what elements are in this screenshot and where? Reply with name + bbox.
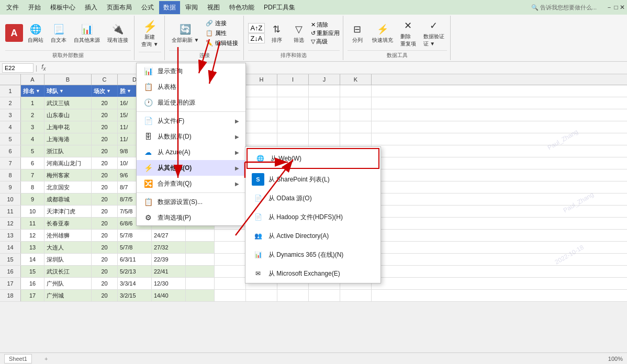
table-row: 3 2 山东泰山 20 15/ <box>0 109 627 121</box>
from-hadoop-icon: 📄 <box>252 211 264 223</box>
recent-source-item[interactable]: 🕐 最近使用的源 <box>137 95 245 110</box>
query-options-item[interactable]: ⚙ 查询选项(P) <box>137 210 245 225</box>
show-query-item[interactable]: 📊 显示查询 <box>137 63 245 79</box>
from-file-item[interactable]: 📄 从文件(F) ▶ <box>137 113 245 129</box>
table-header-row: 1 排名▼ 球队▼ 场次▼ 胜▼ 失球▼ 积分▼ <box>0 85 627 97</box>
data-validate-button[interactable]: ✓ 数据验证证 ▼ <box>421 17 447 49</box>
merge-query-icon: 🔀 <box>143 178 153 189</box>
search-hint: 🔍 告诉我您想要做什么... <box>531 4 597 12</box>
from-azure-item[interactable]: ☁ 从 Azure(A) ▶ <box>137 144 245 160</box>
edit-links-button[interactable]: ✏️编辑链接 <box>204 39 240 48</box>
from-exchange-item[interactable]: ✉ 从 Microsoft Exchange(E) <box>245 264 380 283</box>
existing-connection-button[interactable]: 🔌 现有连接 <box>105 20 131 46</box>
from-odata-icon: 📄 <box>252 192 264 204</box>
col-header-h[interactable]: H <box>246 74 277 85</box>
menu-page-layout[interactable]: 页面布局 <box>103 1 136 14</box>
web-source-button[interactable]: 🌐 自网站 <box>25 20 46 46</box>
show-query-icon: 📊 <box>143 66 153 76</box>
from-sharepoint-icon: S <box>252 173 264 186</box>
new-query-button[interactable]: ⚡ 新建查询 ▼ <box>139 18 161 50</box>
from-web-item[interactable]: 🌐 从 Web(W) <box>247 148 379 169</box>
col-header-b[interactable]: B <box>44 74 92 85</box>
data-tools-label: 数据工具 <box>348 50 447 59</box>
submenu-arrow-merge: ▶ <box>235 181 239 187</box>
advanced-button[interactable]: ▽高级 <box>311 38 340 46</box>
from-active-dir-item[interactable]: 👥 从 Active Directory(A) <box>245 226 380 245</box>
menu-file[interactable]: 文件 <box>2 1 23 14</box>
remove-duplicates-button[interactable]: ✕ 删除重复项 <box>398 17 419 49</box>
sort-az-button[interactable]: A↑Z <box>248 23 264 33</box>
menu-home[interactable]: 开始 <box>24 1 45 14</box>
header-ranking[interactable]: 排名▼ <box>21 85 44 97</box>
other-source-button[interactable]: 📊 自其他来源 <box>71 20 103 46</box>
toolbar-group-data-tools: ⊟ 分列 ⚡ 快速填充 ✕ 删除重复项 ✓ 数据验证证 ▼ 数据工具 <box>344 16 451 60</box>
refresh-all-button[interactable]: 🔄 全部刷新 ▼ <box>169 20 202 46</box>
column-header-row: A B C D E F G H I J K <box>0 74 627 85</box>
cell-reference-input[interactable] <box>2 63 33 73</box>
col-header-k[interactable]: K <box>340 74 372 85</box>
submenu-arrow-file: ▶ <box>235 118 239 124</box>
row-num-col-header <box>0 74 21 85</box>
submenu-arrow-other: ▶ <box>235 165 239 171</box>
formula-colon: | <box>36 64 37 72</box>
dropdown-separator-1 <box>137 111 245 112</box>
from-web-icon: 🌐 <box>254 152 266 165</box>
menu-review[interactable]: 审阅 <box>181 1 202 14</box>
menu-pdf[interactable]: PDF工具集 <box>260 1 299 14</box>
menu-formula[interactable]: 公式 <box>137 1 158 14</box>
from-hadoop-item[interactable]: 📄 从 Hadoop 文件(HDFS)(H) <box>245 208 380 226</box>
header-team[interactable]: 球队▼ <box>44 85 92 97</box>
col-header-c[interactable]: C <box>92 74 118 85</box>
from-sharepoint-item[interactable]: S 从 SharePoint 列表(L) <box>245 170 380 189</box>
filter-button[interactable]: ▽ 筛选 <box>289 20 309 46</box>
toolbar-group-new-query: ⚡ 新建查询 ▼ <box>136 16 165 60</box>
bottom-bar: Sheet1 + 100% <box>0 352 627 364</box>
from-exchange-icon: ✉ <box>252 267 264 280</box>
menu-view[interactable]: 视图 <box>203 1 224 14</box>
sheet-tab[interactable]: Sheet1 <box>4 354 32 363</box>
toolbar-group-sort: A↑Z Z↓A ⇅ 排序 ▽ 筛选 ✕清除 ↺重新应用 ▽高级 排序和筛选 <box>245 16 343 60</box>
from-db-item[interactable]: 🗄 从数据库(D) ▶ <box>137 129 245 144</box>
formula-fx: fx <box>39 63 48 72</box>
menu-template[interactable]: 模板中心 <box>46 1 80 14</box>
menu-data[interactable]: 数据 <box>159 1 180 14</box>
header-k <box>340 85 372 97</box>
data-source-settings-item[interactable]: 📋 数据源设置(S)... <box>137 194 245 210</box>
header-h <box>246 85 277 97</box>
from-odata-item[interactable]: 📄 从 OData 源(O) <box>245 189 380 208</box>
col-header-j[interactable]: J <box>309 74 340 85</box>
merge-query-item[interactable]: 🔀 合并查询(Q) ▶ <box>137 176 245 191</box>
recent-source-icon: 🕐 <box>143 97 153 108</box>
from-file-icon: 📄 <box>143 116 153 126</box>
access-button[interactable]: A <box>5 24 23 42</box>
from-dynamics-item[interactable]: 📊 从 Dynamics 365 (在线)(N) <box>245 245 380 264</box>
col-header-a[interactable]: A <box>21 74 44 85</box>
menu-special[interactable]: 特色功能 <box>225 1 259 14</box>
other-sources-submenu: 🌐 从 Web(W) S 从 SharePoint 列表(L) 📄 从 ODat… <box>245 146 381 283</box>
connections-label: 连接 <box>169 50 241 59</box>
from-table-item[interactable]: 📋 从表格 <box>137 79 245 95</box>
text-source-button[interactable]: 📃 自文本 <box>48 20 69 46</box>
col-header-i[interactable]: I <box>277 74 309 85</box>
from-other-sources-item[interactable]: ⚡ 从其他源(O) ▶ <box>137 160 245 176</box>
split-column-button[interactable]: ⊟ 分列 <box>348 20 367 46</box>
properties-button[interactable]: 📋属性 <box>204 29 240 38</box>
toolbar-group-external-data: A 🌐 自网站 📃 自文本 📊 自其他来源 🔌 现有连接 获取外部数据 <box>2 16 135 60</box>
sheet-tab-2[interactable]: + <box>40 355 52 363</box>
menu-bar: 文件 开始 模板中心 插入 页面布局 公式 数据 审阅 视图 特色功能 PDF工… <box>0 0 627 15</box>
data-source-icon: 📋 <box>143 197 153 207</box>
clear-button[interactable]: ✕清除 <box>311 21 340 29</box>
menu-insert[interactable]: 插入 <box>81 1 102 14</box>
quick-fill-button[interactable]: ⚡ 快速填充 <box>370 20 396 46</box>
sort-za-button[interactable]: Z↓A <box>248 33 264 43</box>
formula-bar: | fx <box>0 62 627 74</box>
reapply-button[interactable]: ↺重新应用 <box>311 29 340 37</box>
toolbar-group-connections: 🔄 全部刷新 ▼ 🔗连接 📋属性 ✏️编辑链接 连接 <box>166 16 244 60</box>
header-matches[interactable]: 场次▼ <box>92 85 118 97</box>
sort-button[interactable]: ⇅ 排序 <box>267 20 287 46</box>
table-row: 2 1 武汉三镇 20 16/ 50 <box>0 97 627 109</box>
from-other-sources-icon: ⚡ <box>143 163 153 173</box>
connections-button[interactable]: 🔗连接 <box>204 19 240 28</box>
from-table-icon: 📋 <box>143 82 153 92</box>
from-dynamics-icon: 📊 <box>252 248 264 261</box>
